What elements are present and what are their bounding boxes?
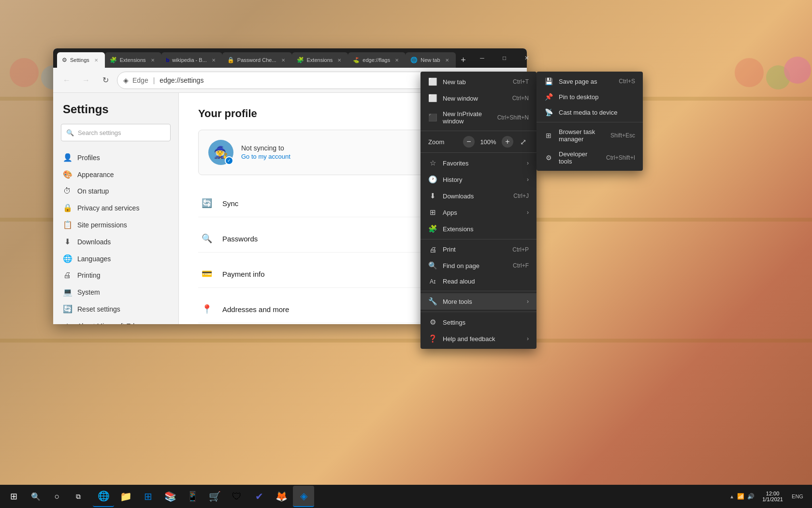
menu-item-new-window[interactable]: ⬜ New window Ctrl+N — [420, 90, 536, 106]
submenu-developer-tools[interactable]: ⚙ Developer tools Ctrl+Shift+I — [536, 147, 643, 169]
tab-extensions2[interactable]: 🧩 Extensions ✕ — [292, 52, 348, 68]
taskbar-edge2-app[interactable]: ◈ — [293, 486, 314, 507]
taskbar-lang[interactable]: ENG — [787, 486, 808, 507]
taskbar-search-button[interactable]: 🔍 — [25, 486, 46, 507]
taskbar-firefox-app[interactable]: 🦊 — [271, 486, 292, 507]
sidebar-item-languages[interactable]: 🌐 Languages — [53, 250, 178, 267]
cortana-button[interactable]: ○ — [46, 486, 68, 507]
extensions-tab-icon: 🧩 — [110, 57, 117, 63]
taskbar-phone-app[interactable]: 📱 — [182, 486, 203, 507]
taskbar-chevron-icon[interactable]: ▲ — [729, 494, 734, 499]
sidebar-item-site-permissions[interactable]: 📋 Site permissions — [53, 216, 178, 233]
zoom-decrease-button[interactable]: − — [463, 136, 475, 148]
menu-item-downloads[interactable]: ⬇ Downloads Ctrl+J — [420, 188, 536, 204]
go-to-account-link[interactable]: Go to my account — [241, 153, 290, 160]
extensions2-tab-close[interactable]: ✕ — [335, 56, 343, 64]
downloads-icon: ⬇ — [63, 237, 72, 246]
taskbar-network-icon[interactable]: 📶 — [737, 493, 744, 500]
newtab-tab-close[interactable]: ✕ — [443, 56, 451, 64]
menu-item-print[interactable]: 🖨 Print Ctrl+P — [420, 241, 536, 257]
favorites-arrow-icon: › — [527, 160, 529, 166]
sidebar-item-appearance[interactable]: 🎨 Appearance — [53, 166, 178, 183]
password-tab-title: Password Che... — [237, 57, 276, 63]
help-arrow-icon: › — [527, 335, 529, 342]
close-button[interactable]: ✕ — [516, 50, 538, 66]
start-button[interactable]: ⊞ — [2, 485, 25, 508]
tab-password-checker[interactable]: 🔒 Password Che... ✕ — [222, 52, 292, 68]
startup-label: On startup — [77, 187, 109, 195]
tab-settings[interactable]: ⚙ Settings ✕ — [57, 52, 105, 68]
taskbar-teams-app[interactable]: ✔ — [248, 486, 270, 507]
sidebar-item-downloads[interactable]: ⬇ Downloads — [53, 233, 178, 250]
zoom-row: Zoom − 100% + ⤢ — [420, 133, 536, 150]
taskbar-volume-icon[interactable]: 🔊 — [747, 493, 754, 500]
favorites-menu-icon: ☆ — [428, 159, 437, 167]
permissions-label: Site permissions — [77, 221, 127, 229]
sidebar-item-about[interactable]: ◈ About Microsoft Edge — [53, 317, 178, 324]
sidebar-item-system[interactable]: 💻 System — [53, 284, 178, 300]
cast-media-label: Cast media to device — [559, 109, 635, 116]
sidebar-item-profiles[interactable]: 👤 Profiles — [53, 149, 178, 166]
sidebar-item-privacy[interactable]: 🔒 Privacy and services — [53, 199, 178, 216]
profiles-icon: 👤 — [63, 153, 72, 162]
sidebar-item-printing[interactable]: 🖨 Printing — [53, 267, 178, 284]
back-button[interactable]: ← — [59, 73, 74, 88]
submenu-task-manager[interactable]: ⊞ Browser task manager Shift+Esc — [536, 124, 643, 147]
sidebar-item-reset[interactable]: 🔄 Reset settings — [53, 300, 178, 317]
menu-item-help[interactable]: ❓ Help and feedback › — [420, 330, 536, 347]
menu-item-find[interactable]: 🔍 Find on page Ctrl+F — [420, 257, 536, 274]
menu-item-read-aloud[interactable]: Aɪ Read aloud — [420, 274, 536, 289]
taskbar-clock[interactable]: 12:00 1/1/2021 — [758, 491, 787, 502]
search-settings-box[interactable]: 🔍 Search settings — [61, 124, 171, 141]
settings-tab-close[interactable]: ✕ — [92, 56, 100, 64]
payment-label: Payment info — [222, 270, 265, 278]
taskbar-book-app[interactable]: 📚 — [160, 486, 181, 507]
sidebar-item-on-startup[interactable]: ⏱ On startup — [53, 183, 178, 199]
menu-item-extensions[interactable]: 🧩 Extensions — [420, 221, 536, 237]
flags-tab-close[interactable]: ✕ — [393, 56, 401, 64]
settings-sidebar: Settings 🔍 Search settings 👤 Profiles 🎨 … — [53, 93, 179, 324]
reset-label: Reset settings — [77, 305, 120, 313]
print-shortcut: Ctrl+P — [512, 246, 529, 253]
profiles-label: Profiles — [77, 154, 100, 162]
zoom-label: Zoom — [428, 138, 459, 146]
task-view-button[interactable]: ⧉ — [68, 486, 89, 507]
url-bar[interactable]: ◈ Edge | edge://settings — [117, 72, 467, 89]
addresses-label: Addresses and more — [222, 305, 289, 314]
tab-new-tab[interactable]: 🌐 New tab ✕ — [406, 52, 455, 68]
zoom-expand-button[interactable]: ⤢ — [517, 136, 529, 148]
show-desktop-button[interactable] — [808, 486, 810, 507]
submenu-save-page[interactable]: 💾 Save page as Ctrl+S — [536, 74, 643, 89]
menu-item-inprivate[interactable]: ⬛ New InPrivate window Ctrl+Shift+N — [420, 106, 536, 129]
search-placeholder: Search settings — [78, 129, 121, 136]
menu-item-more-tools[interactable]: 🔧 More tools › — [420, 293, 536, 310]
menu-item-new-tab[interactable]: ⬜ New tab Ctrl+T — [420, 74, 536, 90]
menu-item-favorites[interactable]: ☆ Favorites › — [420, 155, 536, 171]
extensions-tab-close[interactable]: ✕ — [149, 56, 157, 64]
minimize-button[interactable]: ─ — [471, 50, 493, 66]
submenu-pin-desktop[interactable]: 📌 Pin to desktop — [536, 89, 643, 105]
tab-extensions[interactable]: 🧩 Extensions ✕ — [105, 52, 161, 68]
wikipedia-tab-close[interactable]: ✕ — [210, 56, 218, 64]
menu-item-history[interactable]: 🕐 History › — [420, 171, 536, 188]
taskbar-windows-app[interactable]: ⊞ — [137, 486, 159, 507]
tab-wikipedia[interactable]: b wikipedia - B... ✕ — [161, 52, 222, 68]
menu-item-settings[interactable]: ⚙ Settings — [420, 314, 536, 330]
password-tab-close[interactable]: ✕ — [279, 56, 287, 64]
new-tab-button[interactable]: + — [456, 52, 471, 68]
forward-button[interactable]: → — [78, 73, 94, 88]
taskbar-edge-app[interactable]: 🌐 — [93, 486, 114, 507]
menu-item-apps[interactable]: ⊞ Apps › — [420, 204, 536, 221]
submenu-cast-media[interactable]: 📡 Cast media to device — [536, 105, 643, 120]
taskbar-shield-app[interactable]: 🛡 — [226, 486, 247, 507]
passwords-icon: 🔍 — [198, 230, 216, 247]
printing-label: Printing — [77, 271, 100, 279]
zoom-increase-button[interactable]: + — [502, 136, 513, 148]
edge-logo-icon: ◈ — [123, 76, 129, 84]
refresh-button[interactable]: ↻ — [98, 73, 113, 88]
sync-label: Sync — [222, 199, 238, 208]
maximize-button[interactable]: □ — [493, 50, 516, 66]
taskbar-explorer-app[interactable]: 📁 — [115, 486, 136, 507]
taskbar-store-app[interactable]: 🛒 — [204, 486, 225, 507]
tab-edge-flags[interactable]: ⛳ edge://flags ✕ — [348, 52, 406, 68]
